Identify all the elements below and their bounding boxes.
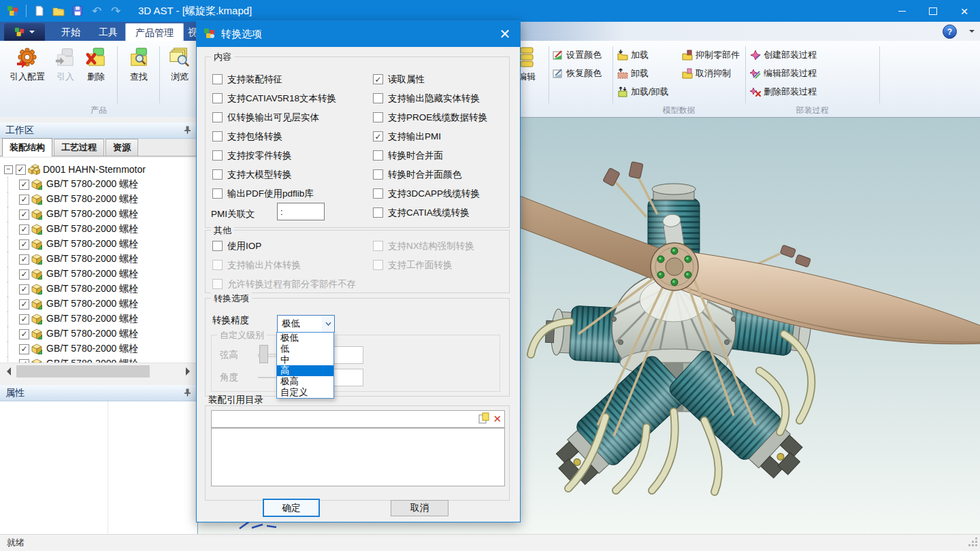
tree-item-checkbox[interactable]: ✓ [19,329,29,339]
precision-option[interactable]: 中 [277,354,333,365]
set-color-button[interactable]: 设置颜色 [553,48,602,63]
content-option-right-1-checkbox[interactable] [373,93,383,103]
tree-item-checkbox[interactable]: ✓ [16,165,26,175]
load-unload-button[interactable]: 加载/卸载 [617,84,669,99]
browse-button[interactable]: 浏览 [163,44,197,91]
delete-button[interactable]: 删除 [79,44,113,91]
content-option-right-3-checkbox[interactable]: ✓ [373,131,383,141]
load-button[interactable]: 加载 [617,48,649,63]
content-option-left-2-checkbox[interactable] [212,112,223,122]
tree-item-checkbox[interactable]: ✓ [19,180,29,190]
close-button[interactable]: × [949,0,980,22]
content-option-left-0: 支持装配特征 [212,74,336,84]
content-option-right-2-checkbox[interactable] [373,112,383,122]
resize-grip-icon[interactable] [968,537,978,549]
maximize-button[interactable] [917,0,949,22]
tree-item[interactable]: ✓GB/T 5780-2000 螺栓 [3,312,197,327]
other-option-left-0-checkbox[interactable] [212,241,223,251]
content-option-left-0-checkbox[interactable] [212,74,223,84]
tab-assembly-structure[interactable]: 装配结构 [2,138,52,156]
save-icon[interactable] [70,3,85,18]
content-option-right-4-checkbox[interactable] [373,150,383,161]
tree-item[interactable]: ✓GB/T 5780-2000 螺栓 [3,222,197,237]
help-icon[interactable]: ? [943,24,957,39]
dialog-title-bar[interactable]: 转换选项 ✕ [197,21,520,47]
tab-tools[interactable]: 工具 [89,23,127,41]
content-option-left-3-checkbox[interactable] [212,131,223,141]
tree-item-checkbox[interactable]: ✓ [19,224,29,235]
chevron-down-icon[interactable] [969,30,975,35]
tree-item-checkbox[interactable]: ✓ [19,254,29,265]
find-button[interactable]: 查找 [122,44,156,91]
pin-icon[interactable] [184,388,191,399]
import-config-button[interactable]: 引入配置 [5,44,49,91]
cancel-button[interactable]: 取消 [391,500,448,516]
add-reference-icon[interactable] [478,412,490,427]
scroll-right-icon[interactable] [186,367,194,375]
other-option-right-1-checkbox [373,260,383,270]
minimize-button[interactable] [886,0,917,22]
pmi-input[interactable] [277,203,325,220]
suppress-parts-button[interactable]: 抑制零部件 [682,48,740,63]
dialog-close-icon[interactable]: ✕ [490,21,520,47]
tree-item-checkbox[interactable]: ✓ [19,344,29,354]
scrollbar-thumb[interactable] [16,365,150,378]
tree-root-item[interactable]: −✓D001 HAHN-Sternmotor [3,162,197,177]
tree-item[interactable]: ✓GB/T 5780-2000 螺栓 [3,297,197,312]
assembly-ref-list[interactable] [211,428,505,486]
tree-item-checkbox[interactable]: ✓ [19,210,29,220]
precision-combo[interactable]: 极低 [277,315,335,333]
gear-icon [16,44,38,71]
delete-process-button[interactable]: 删除部装过程 [750,84,817,99]
content-option-left-5-checkbox[interactable] [212,169,223,180]
create-process-button[interactable]: 创建部装过程 [750,48,817,63]
tab-resources[interactable]: 资源 [105,139,138,156]
tree-item-checkbox[interactable]: ✓ [19,239,29,250]
content-option-right-7-checkbox[interactable] [373,207,383,218]
collapse-icon[interactable]: − [4,165,13,174]
tab-process[interactable]: 工艺过程 [54,139,104,156]
new-document-icon[interactable] [32,3,47,18]
tree-item-checkbox[interactable]: ✓ [19,284,29,295]
precision-option[interactable]: 极高 [277,376,333,387]
open-folder-icon[interactable] [51,3,66,18]
tree-item[interactable]: ✓GB/T 5780-2000 螺栓 [3,267,197,282]
tree-item[interactable]: ✓GB/T 5780-2000 螺栓 [3,192,197,207]
precision-option[interactable]: 自定义 [277,387,333,398]
app-menu-button[interactable] [4,23,45,41]
tab-start[interactable]: 开始 [52,23,90,41]
tree-item[interactable]: ✓GB/T 5780-2000 螺栓 [3,252,197,267]
pin-icon[interactable] [184,125,191,136]
precision-option[interactable]: 高 [277,365,333,376]
content-option-right-5-checkbox[interactable] [373,169,383,180]
tree-item[interactable]: ✓GB/T 5780-2000 螺栓 [3,327,197,341]
tab-product-management[interactable]: 产品管理 [125,23,184,41]
content-option-right-0-checkbox[interactable]: ✓ [373,74,383,84]
tree-item[interactable]: ✓GB/T 5780-2000 螺栓 [3,177,197,192]
horizontal-scrollbar[interactable] [0,363,197,380]
content-option-left-4-checkbox[interactable] [212,150,223,161]
unload-button[interactable]: 卸载 [617,66,649,81]
tree-item[interactable]: ✓GB/T 5780-2000 螺栓 [3,341,197,356]
restore-color-button[interactable]: 恢复颜色 [553,66,602,81]
unsuppress-button[interactable]: 取消抑制 [682,66,731,81]
tree-item[interactable]: ✓GB/T 5780-2000 螺栓 [3,282,197,297]
quick-access-toolbar: ↶ ↷ [0,3,123,18]
precision-option[interactable]: 极低 [277,333,333,344]
tree-item[interactable]: ✓GB/T 5780-2000 螺栓 [3,237,197,252]
tree-item[interactable]: ✓GB/T 5780-2000 螺栓 [3,207,197,222]
precision-option[interactable]: 低 [277,344,333,354]
scroll-left-icon[interactable] [3,367,11,375]
edit-process-button[interactable]: 编辑部装过程 [750,66,817,81]
tree-item-checkbox[interactable]: ✓ [19,269,29,280]
content-option-left-1-checkbox[interactable] [212,93,223,103]
remove-reference-icon[interactable]: ✕ [493,413,502,425]
tree-item-checkbox[interactable]: ✓ [19,195,29,205]
content-option-left-6-checkbox[interactable] [212,188,223,199]
other-options-right: 支持NX结构强制转换支持工作面转换 [373,241,474,279]
tree-item-checkbox[interactable]: ✓ [19,314,29,324]
ok-button[interactable]: 确定 [263,499,320,517]
content-option-right-6-checkbox[interactable] [373,188,383,199]
tree-item-checkbox[interactable]: ✓ [19,299,29,310]
chevron-down-icon[interactable] [322,316,334,332]
